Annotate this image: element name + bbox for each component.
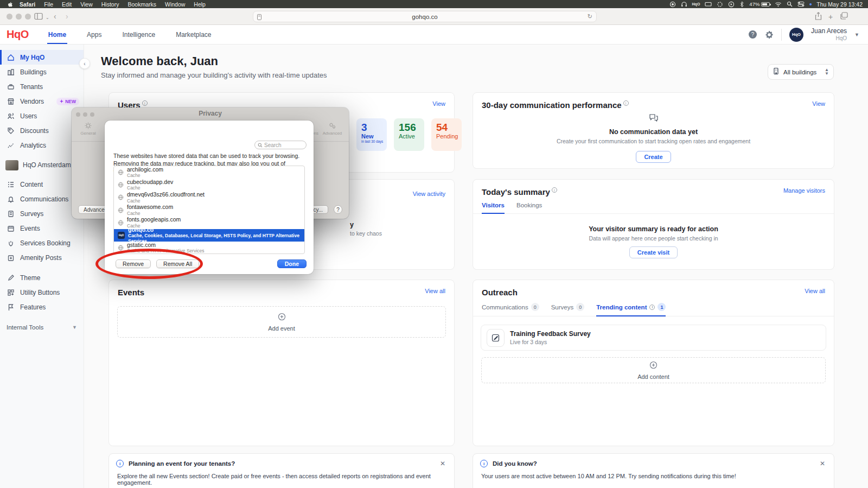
sidebar-internal-tools[interactable]: Internal Tools ▼: [0, 320, 84, 334]
assistant-icon[interactable]: [717, 1, 723, 8]
comm-view-link[interactable]: View: [812, 100, 825, 107]
zoom-window-button[interactable]: [25, 14, 31, 20]
address-bar[interactable]: gohqo.co ↻: [253, 11, 597, 22]
tab-home[interactable]: Home: [47, 25, 67, 44]
site-row[interactable]: dmevq6vd3sz66.cloudfront.netCache: [114, 191, 304, 204]
sidebar-toggle-icon[interactable]: [34, 12, 43, 20]
create-communication-button[interactable]: Create: [636, 151, 671, 163]
add-event-dropzone[interactable]: Add event: [117, 306, 446, 338]
tab-intelligence[interactable]: Intelligence: [121, 25, 156, 44]
sidebar-building-selector[interactable]: HqO Amsterdam: [0, 156, 84, 174]
tab-communications[interactable]: Communications 0: [482, 303, 539, 316]
sidebar-item-surveys[interactable]: Surveys: [0, 206, 84, 221]
info-icon[interactable]: i: [552, 187, 557, 193]
menubar-item-safari[interactable]: Safari: [15, 1, 40, 8]
menubar-clock[interactable]: Thu May 29 13:42: [816, 1, 864, 8]
users-view-link[interactable]: View: [432, 100, 445, 107]
website-data-list[interactable]: archilogic.comCache cubecloudapp.devCach…: [113, 166, 305, 254]
stat-active-users[interactable]: 156 Active: [394, 118, 424, 151]
manage-visitors-link[interactable]: Manage visitors: [783, 187, 825, 194]
close-icon[interactable]: ✕: [820, 460, 825, 467]
minimize-window-button[interactable]: [16, 14, 22, 20]
record-icon[interactable]: [669, 1, 676, 8]
help-icon[interactable]: ?: [748, 30, 757, 39]
menubar-item-edit[interactable]: Edit: [58, 1, 76, 8]
info-icon[interactable]: i: [623, 100, 629, 106]
stat-pending-users[interactable]: 54 Pending: [431, 118, 462, 151]
site-row[interactable]: fontawesome.comCache: [114, 204, 304, 217]
close-icon[interactable]: ✕: [440, 460, 445, 467]
forward-button[interactable]: ›: [66, 12, 68, 21]
site-row[interactable]: cubecloudapp.devCache: [114, 179, 304, 191]
chevron-down-icon[interactable]: ▼: [854, 32, 859, 37]
sidebar-item-amenity-posts[interactable]: Amenity Posts: [0, 250, 84, 265]
share-icon[interactable]: [815, 12, 822, 20]
new-tab-icon[interactable]: +: [828, 12, 833, 21]
menubar-item-help[interactable]: Help: [189, 1, 210, 8]
menubar-item-bookmarks[interactable]: Bookmarks: [123, 1, 161, 8]
spotlight-icon[interactable]: [787, 1, 793, 7]
page-settings-icon[interactable]: [257, 13, 262, 23]
sidebar-collapse-button[interactable]: ‹: [79, 58, 90, 69]
tab-surveys[interactable]: Surveys 0: [551, 303, 585, 316]
menubar-item-file[interactable]: File: [40, 1, 58, 8]
done-button[interactable]: Done: [277, 259, 307, 268]
add-content-dropzone[interactable]: Add content: [481, 357, 826, 383]
sidebar-item-events[interactable]: Events: [0, 221, 84, 236]
apple-icon[interactable]: [8, 1, 13, 7]
keyboard-icon[interactable]: [705, 1, 712, 7]
wifi-icon[interactable]: [775, 1, 782, 7]
search-field[interactable]: [254, 141, 307, 149]
tab-marketplace[interactable]: Marketplace: [175, 25, 212, 44]
sidebar-item-tenants[interactable]: Tenants: [0, 79, 84, 94]
control-center-icon[interactable]: [797, 1, 805, 7]
sidebar-item-content[interactable]: Content: [0, 177, 84, 192]
search-input[interactable]: [264, 142, 302, 148]
sidebar-item-discounts[interactable]: Discounts: [0, 123, 84, 138]
sidebar-item-features[interactable]: Features: [0, 300, 84, 314]
view-activity-link[interactable]: View activity: [413, 191, 445, 197]
tab-bookings[interactable]: Bookings: [516, 202, 542, 213]
trending-content-item[interactable]: Training Feedback Survey Live for 3 days: [481, 325, 826, 351]
sidebar-item-buildings[interactable]: Buildings: [0, 65, 84, 79]
tab-trending-content[interactable]: Trending content i 1: [596, 303, 666, 316]
help-button[interactable]: ?: [334, 205, 342, 214]
sidebar-item-services-booking[interactable]: Services Booking: [0, 236, 84, 250]
sidebar-item-my-hqo[interactable]: My HqO: [0, 50, 84, 65]
settings-gear-icon[interactable]: [765, 30, 774, 39]
reload-icon[interactable]: ↻: [588, 13, 592, 20]
building-filter-select[interactable]: All buildings ▲▼: [768, 64, 834, 80]
sidebar-item-vendors[interactable]: Vendors NEW: [0, 94, 84, 109]
site-row-selected[interactable]: HqO gohqo.coCache, Cookies, Databases, L…: [114, 229, 304, 242]
tab-overview-icon[interactable]: [840, 12, 848, 20]
stat-new-users[interactable]: 3 New in last 30 days: [356, 118, 387, 151]
sidebar-item-communications[interactable]: Communications: [0, 192, 84, 206]
outreach-view-all-link[interactable]: View all: [805, 288, 825, 294]
site-row[interactable]: archilogic.comCache: [114, 166, 304, 179]
sidebar-item-analytics[interactable]: Analytics: [0, 138, 84, 153]
tab-apps[interactable]: Apps: [86, 25, 103, 44]
info-icon[interactable]: i: [142, 100, 148, 106]
hqo-logo[interactable]: HqO: [7, 28, 29, 41]
back-button[interactable]: ‹: [54, 12, 56, 21]
toolbar-item-general[interactable]: General: [77, 121, 100, 141]
menubar-item-history[interactable]: History: [97, 1, 124, 8]
create-visit-button[interactable]: Create visit: [629, 246, 678, 258]
events-view-all-link[interactable]: View all: [425, 288, 445, 294]
sidebar-item-users[interactable]: Users: [0, 109, 84, 123]
headphones-icon[interactable]: [681, 1, 687, 8]
user-name-block[interactable]: Juan Areces HqO: [811, 28, 847, 41]
close-window-button[interactable]: [7, 14, 12, 20]
tab-visitors[interactable]: Visitors: [482, 202, 505, 213]
sidebar-chevron-icon[interactable]: ⌄: [46, 15, 49, 20]
sidebar-item-utility-buttons[interactable]: Utility Buttons: [0, 285, 84, 300]
sidebar-item-theme[interactable]: Theme: [0, 270, 84, 285]
menubar-item-view[interactable]: View: [76, 1, 97, 8]
battery-indicator[interactable]: 47%: [749, 1, 770, 7]
bluetooth-icon[interactable]: [739, 1, 744, 8]
avatar[interactable]: HqO: [789, 28, 803, 42]
toolbar-item-advanced[interactable]: Advanced: [321, 121, 344, 141]
hqo-status-icon[interactable]: HqO: [692, 2, 700, 6]
play-icon[interactable]: [728, 1, 735, 8]
menubar-item-window[interactable]: Window: [161, 1, 189, 8]
